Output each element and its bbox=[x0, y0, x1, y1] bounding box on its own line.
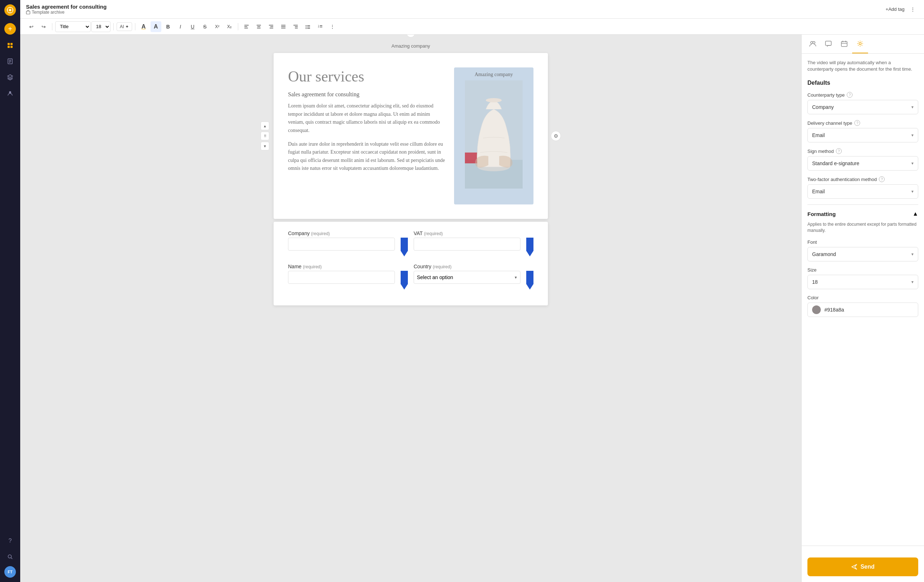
page-controls: ▲ ⠿ ▼ bbox=[261, 122, 269, 150]
vat-label: VAT (required) bbox=[414, 230, 520, 236]
vat-field-group: VAT (required) bbox=[414, 230, 520, 256]
svg-rect-27 bbox=[281, 25, 285, 26]
content-area: Amazing company ▲ ⠿ ▼ ⚙ Our services Sal… bbox=[20, 35, 924, 582]
font-dropdown[interactable]: Garamond ▾ bbox=[807, 247, 918, 261]
formatting-toolbar: ↩ ↪ Title Heading 1 Heading 2 Normal 18 … bbox=[20, 19, 924, 35]
svg-rect-51 bbox=[842, 41, 847, 46]
redo-button[interactable]: ↪ bbox=[38, 21, 49, 32]
color-picker[interactable]: #918a8a bbox=[807, 303, 918, 317]
sign-method-info-icon[interactable]: ? bbox=[836, 148, 842, 154]
counterparty-type-dropdown[interactable]: Company ▾ bbox=[807, 100, 918, 114]
vat-input[interactable] bbox=[414, 238, 520, 251]
svg-rect-7 bbox=[10, 43, 13, 45]
italic-button[interactable]: I bbox=[175, 21, 186, 32]
delivery-channel-info-icon[interactable]: ? bbox=[854, 120, 860, 126]
doc-body-1: Lorem ipsum dolor sit amet, consectetur … bbox=[288, 102, 446, 135]
sign-method-dropdown[interactable]: Standard e-signature ▾ bbox=[807, 156, 918, 171]
tab-calendar[interactable] bbox=[836, 35, 852, 53]
formatting-title: Formatting bbox=[807, 211, 836, 217]
doc-editor[interactable]: Amazing company ▲ ⠿ ▼ ⚙ Our services Sal… bbox=[20, 35, 801, 582]
more-options-button[interactable]: ⋮ bbox=[908, 4, 918, 15]
svg-rect-9 bbox=[10, 46, 13, 48]
align-right2-button[interactable] bbox=[290, 21, 301, 32]
align-left-button[interactable] bbox=[241, 21, 252, 32]
align-center-button[interactable] bbox=[253, 21, 264, 32]
svg-rect-36 bbox=[307, 27, 310, 27]
add-button[interactable]: + bbox=[4, 23, 16, 35]
svg-rect-8 bbox=[8, 46, 10, 48]
more-toolbar-button[interactable]: ⋮ bbox=[327, 21, 338, 32]
page-reorder-button[interactable]: ⠿ bbox=[261, 132, 269, 140]
svg-point-1 bbox=[9, 9, 11, 11]
delivery-channel-row: Delivery channel type ? Email ▾ bbox=[807, 120, 918, 143]
doc-text[interactable]: Our services Sales agreement for consult… bbox=[288, 67, 446, 204]
two-factor-dropdown[interactable]: Email ▾ bbox=[807, 184, 918, 199]
undo-button[interactable]: ↩ bbox=[26, 21, 37, 32]
superscript-button[interactable]: X² bbox=[212, 21, 223, 32]
two-factor-info-icon[interactable]: ? bbox=[879, 176, 884, 182]
bullet-list-button[interactable] bbox=[302, 21, 313, 32]
doc-heading: Our services bbox=[288, 67, 446, 85]
fields-section: + Company (required) VAT (required) bbox=[274, 222, 548, 306]
fields-row-1: Company (required) VAT (required) bbox=[288, 230, 533, 256]
formatting-note: Applies to the entire document except fo… bbox=[807, 221, 918, 233]
subscript-button[interactable]: X₂ bbox=[224, 21, 235, 32]
formatting-collapse-icon: ▲ bbox=[912, 210, 918, 217]
add-tag-button[interactable]: +Add tag bbox=[886, 7, 904, 12]
size-dropdown[interactable]: 18 ▾ bbox=[807, 275, 918, 289]
highlight-button[interactable]: A bbox=[150, 21, 161, 32]
sidebar-item-layers[interactable] bbox=[3, 71, 16, 84]
svg-rect-42 bbox=[320, 27, 322, 27]
counterparty-info-icon[interactable]: ? bbox=[847, 92, 853, 98]
align-right-button[interactable] bbox=[266, 21, 277, 32]
right-panel: The video will play automatically when a… bbox=[801, 35, 924, 582]
tab-collaborators[interactable] bbox=[805, 35, 820, 53]
page-settings-button[interactable]: ⚙ bbox=[551, 131, 561, 141]
country-select[interactable]: Select an option United States United Ki… bbox=[414, 271, 520, 284]
align-justify-button[interactable] bbox=[278, 21, 289, 32]
sidebar-item-docs[interactable] bbox=[3, 55, 16, 68]
font-size-select[interactable]: 18 12 14 16 24 bbox=[91, 21, 111, 32]
user-avatar[interactable]: FT bbox=[4, 566, 16, 578]
page-up-button[interactable]: ▲ bbox=[261, 122, 269, 130]
company-label: Company (required) bbox=[288, 230, 395, 236]
ai-button[interactable]: AI ✦ bbox=[117, 22, 132, 31]
style-select[interactable]: Title Heading 1 Heading 2 Normal bbox=[55, 21, 91, 32]
tab-settings[interactable] bbox=[852, 35, 868, 53]
sidebar-item-home[interactable] bbox=[3, 39, 16, 52]
app-logo[interactable] bbox=[4, 4, 16, 16]
svg-rect-40 bbox=[320, 25, 322, 26]
bold-button[interactable]: B bbox=[163, 21, 173, 32]
tab-chat[interactable] bbox=[820, 35, 836, 53]
strikethrough-button[interactable]: S bbox=[200, 21, 210, 32]
help-icon[interactable]: ? bbox=[3, 534, 16, 547]
right-panel-footer: Send bbox=[802, 546, 924, 582]
sidebar-bottom: ? FT bbox=[3, 534, 16, 578]
numbered-list-button[interactable]: 1. 2. bbox=[315, 21, 325, 32]
sidebar-item-contacts[interactable] bbox=[3, 87, 16, 100]
font-color-button[interactable]: A bbox=[138, 21, 149, 32]
svg-rect-22 bbox=[257, 26, 260, 27]
svg-rect-6 bbox=[8, 43, 10, 45]
send-button[interactable]: Send bbox=[807, 557, 918, 576]
name-input[interactable] bbox=[288, 271, 395, 284]
search-icon[interactable] bbox=[3, 550, 16, 563]
top-bar: Sales agreement for consulting Template … bbox=[20, 0, 924, 19]
company-input[interactable] bbox=[288, 238, 395, 251]
size-label: Size bbox=[807, 267, 918, 273]
name-field-group: Name (required) bbox=[288, 264, 395, 289]
country-marker bbox=[526, 271, 533, 289]
divider-2 bbox=[113, 23, 114, 30]
svg-point-37 bbox=[305, 28, 306, 28]
formatting-header[interactable]: Formatting ▲ bbox=[807, 210, 918, 217]
counterparty-type-row: Counterparty type ? Company ▾ bbox=[807, 92, 918, 114]
svg-rect-21 bbox=[257, 25, 261, 26]
delivery-channel-dropdown[interactable]: Email ▾ bbox=[807, 128, 918, 143]
divider-1 bbox=[52, 23, 52, 30]
add-field-button[interactable]: + bbox=[406, 35, 415, 38]
doc-subtitle: Sales agreement for consulting bbox=[288, 91, 446, 98]
underline-button[interactable]: U bbox=[187, 21, 198, 32]
name-label: Name (required) bbox=[288, 264, 395, 270]
fields-row-2: Name (required) Country (required) bbox=[288, 264, 533, 289]
page-down-button[interactable]: ▼ bbox=[261, 142, 269, 150]
